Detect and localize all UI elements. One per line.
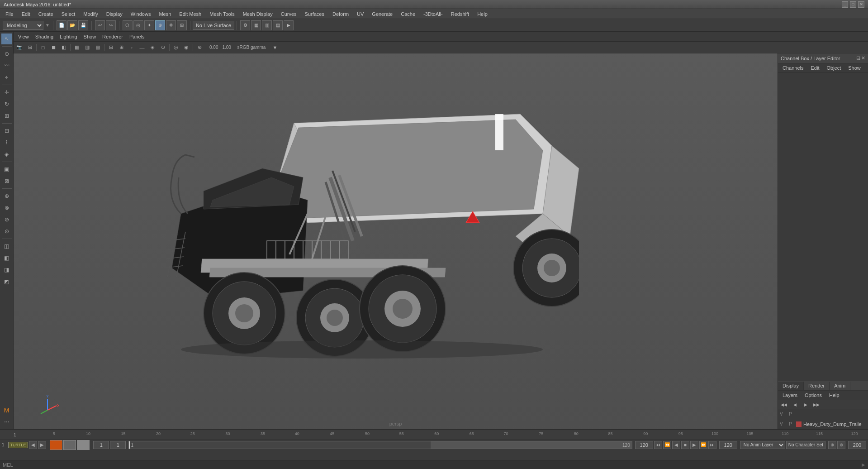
smooth-btn[interactable]: ◼ [48, 43, 58, 53]
total-end-2[interactable] [848, 441, 866, 449]
wireframe-btn[interactable]: □ [38, 43, 48, 53]
layer-nav-4[interactable]: ▶▶ [811, 400, 821, 410]
layer-nav-1[interactable]: ◀◀ [779, 400, 789, 410]
display-subd-tool[interactable]: ⊠ [1, 176, 12, 187]
menu-redshift[interactable]: Redshift [447, 10, 473, 19]
camera-btn[interactable]: 📷 [14, 43, 24, 53]
transform-button[interactable]: ⊕ [155, 20, 165, 30]
shading-menu[interactable]: Shading [33, 33, 56, 40]
display-layers-tool[interactable]: ▣ [1, 164, 12, 175]
redo-button[interactable]: ↪ [106, 20, 116, 30]
move-button[interactable]: ✥ [166, 20, 176, 30]
menu-create[interactable]: Create [35, 10, 57, 19]
menu-help[interactable]: Help [474, 10, 491, 19]
end-frame-input[interactable] [635, 441, 653, 449]
snap-grid-tool[interactable]: ⊟ [1, 125, 12, 136]
lasso-button[interactable]: ◎ [133, 20, 143, 30]
show-tab[interactable]: Show [845, 64, 863, 72]
skip-to-end[interactable]: ⏭ [708, 441, 716, 449]
menu-mesh[interactable]: Mesh [155, 10, 175, 19]
colorspace-arrow[interactable]: ▼ [270, 43, 280, 53]
menu-cache[interactable]: Cache [397, 10, 419, 19]
vert-btn[interactable]: ◦ [127, 43, 137, 53]
menu-windows[interactable]: Windows [127, 10, 155, 19]
view-menu[interactable]: View [15, 33, 32, 40]
layer-color[interactable] [796, 421, 802, 427]
snap-curve-tool[interactable]: ⌇ [1, 137, 12, 148]
isolate-btn[interactable]: ◎ [171, 43, 181, 53]
panel-float-btn[interactable]: ⊟ [856, 55, 860, 61]
snap-point-tool[interactable]: ◈ [1, 149, 12, 160]
render-play-button[interactable]: ▶ [284, 20, 294, 30]
menu-uv[interactable]: UV [353, 10, 367, 19]
layer-nav-3[interactable]: ▶ [801, 400, 811, 410]
more-tools[interactable]: ⋯ [1, 416, 12, 427]
step-fwd[interactable]: ⏩ [699, 441, 707, 449]
menu-curves[interactable]: Curves [277, 10, 300, 19]
anim-tab[interactable]: Anim [830, 382, 850, 390]
render-btn-3[interactable]: ▥ [262, 20, 272, 30]
paint-button[interactable]: ✦ [144, 20, 154, 30]
soft-select-tool[interactable]: ⌖ [1, 72, 12, 83]
edge-btn[interactable]: — [137, 43, 147, 53]
panels-menu[interactable]: Panels [127, 33, 147, 40]
menu-generate[interactable]: Generate [368, 10, 396, 19]
anim-icon-2[interactable]: ⊗ [837, 441, 845, 449]
minimize-button[interactable]: _ [842, 1, 848, 8]
display-tab[interactable]: Display [778, 382, 804, 390]
lasso-tool[interactable]: 〰 [1, 60, 12, 71]
move-tool[interactable]: ✛ [1, 87, 12, 98]
tool-15[interactable]: ◨ [1, 264, 12, 275]
layer-v-value[interactable]: V [780, 421, 785, 426]
paint-select-tool[interactable]: ⊙ [1, 48, 12, 59]
menu-display[interactable]: Display [103, 10, 126, 19]
layer-p-value[interactable]: P [789, 421, 794, 426]
menu-deform[interactable]: Deform [329, 10, 352, 19]
menu-edit-mesh[interactable]: Edit Mesh [175, 10, 205, 19]
select-tool-button[interactable]: ⬡ [123, 20, 133, 30]
viewport[interactable]: Y X persp [14, 53, 778, 429]
character-set-display[interactable]: No Character Set [786, 441, 825, 449]
menu-modify[interactable]: Modify [80, 10, 101, 19]
play-back[interactable]: ◀ [672, 441, 680, 449]
xray-btn[interactable]: ⊟ [106, 43, 116, 53]
anim-layer-dropdown[interactable]: No Anim Layer [740, 441, 785, 449]
display-3-btn[interactable]: ▤ [93, 43, 103, 53]
face-btn[interactable]: ◈ [147, 43, 157, 53]
mode-dropdown[interactable]: Modeling [3, 21, 43, 30]
menu-3dto-all[interactable]: -3DtoAll- [420, 10, 446, 19]
stop-btn[interactable]: ■ [681, 441, 689, 449]
timeline[interactable]: 1 5 10 15 20 25 30 35 40 45 50 55 60 65 … [0, 430, 868, 440]
menu-file[interactable]: File [2, 10, 17, 19]
rotate-tool[interactable]: ↻ [1, 99, 12, 110]
timeline-range-bar[interactable]: 1 120 [128, 441, 632, 449]
new-file-button[interactable]: 📄 [57, 20, 66, 30]
total-end-input[interactable] [719, 441, 737, 449]
tool-16[interactable]: ◩ [1, 276, 12, 287]
tool-12[interactable]: ⊙ [1, 226, 12, 237]
uvs-btn[interactable]: ⊙ [158, 43, 168, 53]
renderer-menu[interactable]: Renderer [100, 33, 126, 40]
highlight-btn[interactable]: ◉ [181, 43, 191, 53]
menu-mesh-display[interactable]: Mesh Display [239, 10, 276, 19]
anim-icon-1[interactable]: ⊕ [828, 441, 836, 449]
current-frame-input[interactable] [110, 441, 126, 449]
grid-btn[interactable]: ⊞ [25, 43, 35, 53]
start-frame-input[interactable] [93, 441, 109, 449]
tool-14[interactable]: ◧ [1, 253, 12, 263]
colorspace-btn[interactable]: sRGB gamma [233, 43, 270, 53]
display-2-btn[interactable]: ▥ [82, 43, 92, 53]
close-button[interactable]: ✕ [858, 1, 864, 8]
menu-select[interactable]: Select [58, 10, 79, 19]
menu-edit[interactable]: Edit [18, 10, 34, 19]
options-tab[interactable]: Options [802, 392, 825, 399]
lighting-menu[interactable]: Lighting [57, 33, 80, 40]
scale-tool[interactable]: ⊞ [1, 110, 12, 121]
open-file-button[interactable]: 📂 [67, 20, 77, 30]
render-btn-4[interactable]: ▤ [273, 20, 283, 30]
turtle-btn[interactable]: TURTLE [8, 442, 28, 448]
turtle-next[interactable]: ▶ [38, 441, 46, 449]
component-btn[interactable]: ⊞ [116, 43, 126, 53]
no-live-surface[interactable]: No Live Surface [193, 21, 234, 30]
undo-button[interactable]: ↩ [95, 20, 105, 30]
